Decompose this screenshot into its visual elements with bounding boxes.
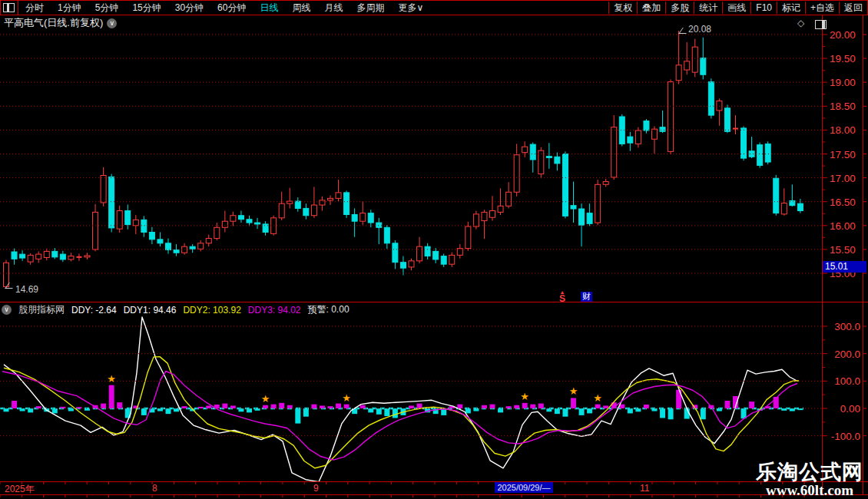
chart-title: 平高电气(日线.前复权)	[4, 16, 103, 30]
signal-star-icon: ★	[261, 393, 270, 405]
legend-item: DDY1: 94.46	[124, 305, 177, 316]
svg-text:19.50: 19.50	[830, 53, 856, 64]
legend-item: 股朋指标网	[18, 303, 65, 316]
time-axis-label: 9	[313, 483, 319, 494]
selected-date-box[interactable]: 2025/09/29/—	[495, 482, 553, 493]
signal-star-icon: ★	[107, 373, 116, 385]
svg-text:18.00: 18.00	[830, 124, 856, 136]
legend-item: DDY3: 94.02	[248, 305, 301, 316]
period-tab-1分钟[interactable]: 1分钟	[51, 2, 88, 15]
period-tab-30分钟[interactable]: 30分钟	[168, 2, 210, 15]
watermark: 乐淘公式网 www.60lt.com	[756, 461, 863, 498]
diamond-icon[interactable]: ◇	[797, 18, 804, 28]
pane-divider[interactable]	[0, 302, 868, 302]
high-price-annotation: 20.08	[688, 24, 711, 35]
svg-text:16.50: 16.50	[830, 197, 856, 208]
svg-text:15.50: 15.50	[830, 244, 856, 256]
svg-text:300.0: 300.0	[834, 321, 860, 332]
dividend-marker-label: S	[559, 293, 565, 304]
financial-report-marker[interactable]: 财	[581, 292, 592, 302]
time-axis-label: 8	[152, 483, 157, 494]
trading-terminal-window: ★★★★★★20.0019.5019.0018.5018.0017.5017.0…	[0, 0, 868, 499]
window-split-icon[interactable]	[3, 3, 15, 12]
legend-item: DDY: -2.64	[71, 305, 117, 316]
signal-star-icon: ★	[342, 392, 351, 404]
svg-text:20.00: 20.00	[830, 29, 856, 41]
svg-text:18.50: 18.50	[830, 101, 856, 112]
period-tab-月线[interactable]: 月线	[317, 2, 350, 15]
period-tab-日线[interactable]: 日线	[253, 2, 285, 15]
time-axis-top-border	[0, 481, 868, 482]
pane-split-icon[interactable]	[815, 20, 827, 29]
period-tab-5分钟[interactable]: 5分钟	[88, 2, 126, 15]
svg-text:19.00: 19.00	[830, 77, 856, 88]
period-tabs: 分时1分钟5分钟15分钟30分钟60分钟日线周线月线多周期更多∨	[18, 1, 430, 15]
function-button-统计[interactable]: 统计	[694, 2, 722, 14]
signal-star-icon: ★	[520, 391, 529, 402]
svg-text:17.00: 17.00	[830, 173, 856, 184]
indicator-chevron-icon[interactable]: ∨	[2, 305, 12, 315]
function-button-F10[interactable]: F10	[750, 2, 777, 14]
time-axis-label: 11	[640, 483, 649, 494]
function-button-+自选[interactable]: +自选	[805, 2, 839, 14]
period-tab-多周期[interactable]: 多周期	[350, 2, 391, 15]
period-tab-15分钟[interactable]: 15分钟	[125, 2, 167, 15]
function-button-复权[interactable]: 复权	[608, 2, 637, 14]
svg-text:200.0: 200.0	[834, 349, 860, 360]
time-axis-label: 2025年	[5, 483, 35, 496]
watermark-site-name: 乐淘公式网	[756, 461, 863, 483]
axis-right-border	[863, 15, 863, 494]
legend-item: 预警: 0.00	[308, 303, 350, 316]
function-button-标记[interactable]: 标记	[777, 2, 805, 14]
indicator-legend: ∨ 股朋指标网DDY: -2.64DDY1: 94.46DDY2: 103.92…	[2, 303, 350, 316]
dividend-marker[interactable]: ▲ S	[559, 291, 565, 303]
period-tab-周线[interactable]: 周线	[285, 2, 317, 15]
svg-text:100.0: 100.0	[834, 375, 860, 387]
axis-left-border	[822, 15, 823, 494]
svg-text:17.50: 17.50	[830, 149, 856, 160]
svg-text:16.00: 16.00	[830, 220, 856, 232]
period-tab-分时[interactable]: 分时	[18, 2, 51, 15]
svg-text:0.00: 0.00	[840, 403, 860, 415]
time-axis-bottom-border	[0, 494, 868, 495]
signal-star-icon: ★	[593, 392, 602, 404]
period-toolbar: 分时1分钟5分钟15分钟30分钟60分钟日线周线月线多周期更多∨ 复权叠加多股统…	[0, 0, 868, 15]
chart-canvas: ★★★★★★20.0019.5019.0018.5018.0017.5017.0…	[0, 0, 868, 499]
period-tab-更多∨[interactable]: 更多∨	[391, 2, 430, 15]
watermark-site-url: www.60lt.com	[756, 483, 863, 498]
function-button-叠加[interactable]: 叠加	[637, 2, 665, 14]
svg-text:-100.0: -100.0	[831, 431, 860, 442]
chevron-down-icon[interactable]: ∨	[107, 18, 117, 28]
signal-star-icon: ★	[569, 385, 578, 397]
last-price-box: 15.01	[823, 261, 866, 273]
function-button-多股[interactable]: 多股	[665, 2, 694, 14]
clipped-bottom-strip: ▪ ▪▪ ▪	[0, 496, 868, 499]
low-price-annotation: 14.69	[15, 284, 38, 295]
function-buttons: 复权叠加多股统计画线F10标记+自选返回	[608, 1, 867, 15]
period-tab-60分钟[interactable]: 60分钟	[210, 2, 253, 15]
function-button-画线[interactable]: 画线	[722, 2, 750, 14]
function-button-返回[interactable]: 返回	[839, 2, 867, 14]
chart-title-row: 平高电气(日线.前复权) ∨	[4, 16, 117, 30]
legend-item: DDY2: 103.92	[183, 305, 240, 316]
